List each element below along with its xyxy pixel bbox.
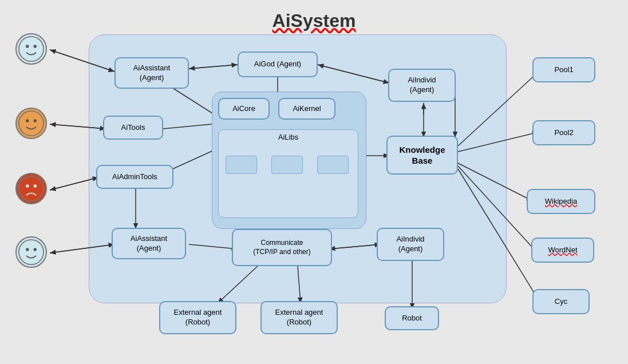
lib-box-3 — [317, 156, 349, 174]
wordnet-node: WordNet — [531, 238, 594, 263]
wordnet-label: WordNet — [548, 246, 577, 255]
ai-tools-label: AiTools — [121, 123, 145, 133]
ext-robot-2-node: External agent(Robot) — [260, 301, 338, 334]
wikipedia-node: Wikipedia — [527, 189, 595, 214]
smiley-1 — [15, 33, 47, 65]
ext-robot-2-label: External agent(Robot) — [275, 308, 323, 327]
smiley-4 — [15, 236, 47, 268]
ai-libs-label: AiLibs — [219, 130, 358, 141]
ai-individ-bot-label: AiIndivid(Agent) — [396, 235, 424, 254]
pool2-label: Pool2 — [554, 128, 573, 138]
svg-point-42 — [26, 119, 29, 122]
ai-admin-tools-node: AiAdminTools — [96, 165, 173, 189]
ai-assistant-bot-label: AiAssistant(Agent) — [131, 234, 167, 254]
ai-kernel-node: AiKernel — [278, 98, 335, 120]
robot-node: Robot — [385, 306, 439, 330]
svg-point-44 — [19, 176, 44, 201]
svg-point-39 — [26, 45, 29, 48]
ai-god-label: AiGod (Agent) — [254, 60, 301, 69]
pool2-node: Pool2 — [532, 120, 595, 145]
ai-individ-top-node: AiIndivid(Agent) — [388, 69, 456, 102]
communicate-node: Communicate(TCP/IP and other) — [232, 229, 332, 266]
knowledge-base-label: KnowledgeBase — [399, 144, 445, 167]
lib-box-2 — [271, 156, 303, 174]
ai-core-inner-box: AiCore AiKernel AiLibs — [212, 92, 366, 229]
communicate-label: Communicate(TCP/IP and other) — [253, 239, 311, 256]
wikipedia-label: Wikipedia — [545, 197, 577, 207]
smiley-3 — [15, 173, 47, 204]
cyc-node: Cyc — [532, 289, 590, 314]
svg-point-46 — [34, 184, 37, 187]
smiley-2 — [15, 108, 47, 139]
ext-robot-1-label: External agent(Robot) — [174, 308, 222, 327]
ai-core-label: AiCore — [232, 104, 255, 114]
ai-core-node: AiCore — [218, 98, 270, 120]
ai-individ-top-label: AiIndivid(Agent) — [408, 76, 436, 95]
cyc-label: Cyc — [555, 297, 567, 307]
pool1-node: Pool1 — [532, 57, 595, 82]
svg-point-47 — [19, 240, 44, 264]
svg-point-43 — [34, 119, 37, 122]
ai-assistant-top-label: AiAssistant(Agent) — [133, 64, 170, 83]
svg-point-49 — [34, 248, 37, 251]
pool1-label: Pool1 — [554, 65, 573, 75]
svg-point-48 — [26, 248, 29, 251]
ai-kernel-label: AiKernel — [293, 104, 321, 114]
robot-label: Robot — [402, 314, 422, 323]
svg-point-45 — [26, 184, 29, 187]
ai-tools-node: AiTools — [103, 116, 163, 140]
ext-robot-1-node: External agent(Robot) — [159, 301, 236, 334]
ai-individ-bot-node: AiIndivid(Agent) — [377, 228, 444, 261]
ai-admin-tools-label: AiAdminTools — [112, 172, 157, 182]
page-title: AiSystem — [272, 10, 356, 31]
ai-god-node: AiGod (Agent) — [238, 52, 318, 77]
ai-assistant-bot-node: AiAssistant(Agent) — [112, 228, 186, 259]
svg-point-40 — [34, 45, 37, 48]
diagram-container: AiSystem — [0, 0, 628, 364]
ai-libs-box: AiLibs — [218, 129, 358, 218]
svg-point-41 — [19, 111, 44, 136]
svg-point-38 — [19, 37, 44, 61]
lib-box-1 — [226, 156, 257, 174]
knowledge-base-node: KnowledgeBase — [386, 136, 458, 175]
ai-assistant-top-node: AiAssistant(Agent) — [114, 57, 189, 89]
